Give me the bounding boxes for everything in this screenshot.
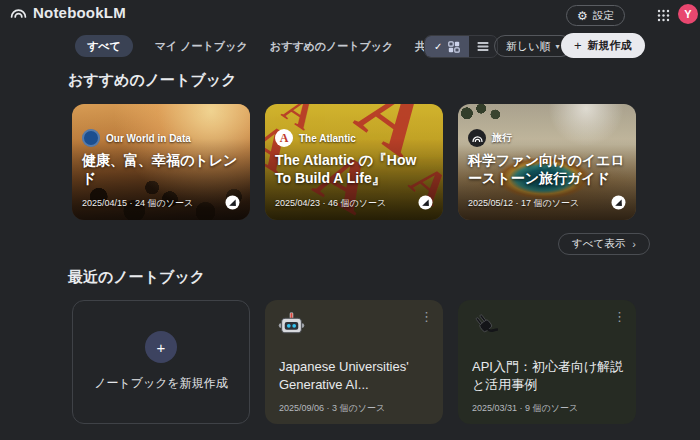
source-badge-row: 旅行 <box>468 129 626 147</box>
notebooklm-badge-icon <box>468 129 486 147</box>
recent-section-title: 最近のノートブック <box>68 268 205 287</box>
notebook-title: The Atlantic の『How To Build A Life』 <box>275 152 433 188</box>
card-content: 旅行 科学ファン向けのイエローストーン旅行ガイド 2025/05/12 · 17… <box>458 104 636 220</box>
settings-button[interactable]: ⚙ 設定 <box>566 5 625 26</box>
apps-grid-icon <box>657 9 670 22</box>
grid-view-button[interactable]: ✓ <box>425 36 469 57</box>
robot-icon <box>278 311 305 340</box>
featured-badge-icon <box>225 195 240 210</box>
more-menu-icon[interactable]: ⋮ <box>613 310 626 323</box>
source-badge-row: A The Atlantic <box>275 129 433 147</box>
plug-icon <box>471 311 498 342</box>
notebooklm-home: NotebookLM ⚙ 設定 Y すべて マイ ノートブック おすすめのノート… <box>0 0 700 440</box>
card-content: A The Atlantic The Atlantic の『How To Bui… <box>265 104 443 220</box>
create-notebook-card[interactable]: + ノートブックを新規作成 <box>72 300 250 424</box>
notebook-title: 健康、富、幸福のトレンド <box>82 152 240 188</box>
sort-dropdown[interactable]: 新しい順 ▾ <box>494 35 572 57</box>
atlantic-badge-letter: A <box>280 131 289 146</box>
create-new-button[interactable]: + 新規作成 <box>561 33 645 58</box>
card-content: Our World in Data 健康、富、幸福のトレンド 2025/04/1… <box>72 104 250 220</box>
plus-circle-icon: + <box>145 331 177 363</box>
view-toggle: ✓ <box>424 35 498 58</box>
check-icon: ✓ <box>434 41 442 52</box>
tab-featured-notebooks[interactable]: おすすめのノートブック <box>270 39 394 54</box>
source-name: Our World in Data <box>106 133 191 144</box>
settings-label: 設定 <box>593 9 614 23</box>
source-badge-row: Our World in Data <box>82 129 240 147</box>
tab-all[interactable]: すべて <box>75 35 133 57</box>
meta-row: 2025/05/12 · 17 個のソース <box>468 195 626 210</box>
tab-my-notebooks[interactable]: マイ ノートブック <box>155 39 248 54</box>
notebooklm-logo-icon <box>472 133 483 144</box>
notebook-meta: 2025/03/31 · 9 個のソース <box>472 402 578 415</box>
create-new-label: 新規作成 <box>588 38 632 53</box>
chevron-right-icon: › <box>632 238 636 250</box>
app-logo[interactable]: NotebookLM <box>10 4 126 21</box>
notebook-title: API入門：初心者向け解説と活用事例 <box>472 358 624 394</box>
featured-card-atlantic[interactable]: A A A A A A The Atlantic The Atlantic の『… <box>265 104 443 220</box>
notebook-title: 科学ファン向けのイエローストーン旅行ガイド <box>468 152 626 188</box>
meta-row: 2025/04/23 · 46 個のソース <box>275 195 433 210</box>
show-all-label: すべて表示 <box>572 237 625 251</box>
featured-card-owid[interactable]: Our World in Data 健康、富、幸福のトレンド 2025/04/1… <box>72 104 250 220</box>
recent-card-api-intro[interactable]: ⋮ API入門：初心者向け解説と活用事例 2025/03/31 · 9 個のソー… <box>458 300 636 424</box>
featured-card-yellowstone[interactable]: 旅行 科学ファン向けのイエローストーン旅行ガイド 2025/05/12 · 17… <box>458 104 636 220</box>
user-avatar[interactable]: Y <box>678 4 698 24</box>
featured-badge-icon <box>418 195 433 210</box>
filter-tabs: すべて マイ ノートブック おすすめのノートブック 共有アイテム <box>75 35 482 57</box>
app-title: NotebookLM <box>33 4 126 21</box>
list-view-icon <box>477 41 489 52</box>
apps-grid-button[interactable] <box>655 7 671 23</box>
notebook-title: Japanese Universities' Generative AI... <box>279 358 431 394</box>
owid-badge-icon <box>82 129 100 147</box>
notebook-meta: 2025/05/12 · 17 個のソース <box>468 197 579 210</box>
more-menu-icon[interactable]: ⋮ <box>420 310 433 323</box>
grid-view-icon <box>448 41 460 53</box>
gear-icon: ⚙ <box>577 10 588 22</box>
chevron-down-icon: ▾ <box>556 42 560 51</box>
recent-card-generative-ai[interactable]: ⋮ Japanese Universities' Generative AI..… <box>265 300 443 424</box>
notebook-meta: 2025/04/15 · 24 個のソース <box>82 197 193 210</box>
notebook-meta: 2025/04/23 · 46 個のソース <box>275 197 386 210</box>
featured-badge-icon <box>611 195 626 210</box>
notebooklm-logo-icon <box>10 4 27 21</box>
featured-section-title: おすすめのノートブック <box>68 71 237 90</box>
atlantic-badge-icon: A <box>275 129 293 147</box>
plus-icon: + <box>574 38 582 53</box>
create-notebook-label: ノートブックを新規作成 <box>73 375 249 392</box>
notebook-meta: 2025/09/06 · 3 個のソース <box>279 402 385 415</box>
sort-label: 新しい順 <box>506 39 551 54</box>
show-all-button[interactable]: すべて表示 › <box>558 233 650 255</box>
meta-row: 2025/04/15 · 24 個のソース <box>82 195 240 210</box>
source-name: 旅行 <box>492 131 512 145</box>
source-name: The Atlantic <box>299 133 356 144</box>
avatar-letter: Y <box>684 8 691 20</box>
plus-icon: + <box>157 339 166 356</box>
